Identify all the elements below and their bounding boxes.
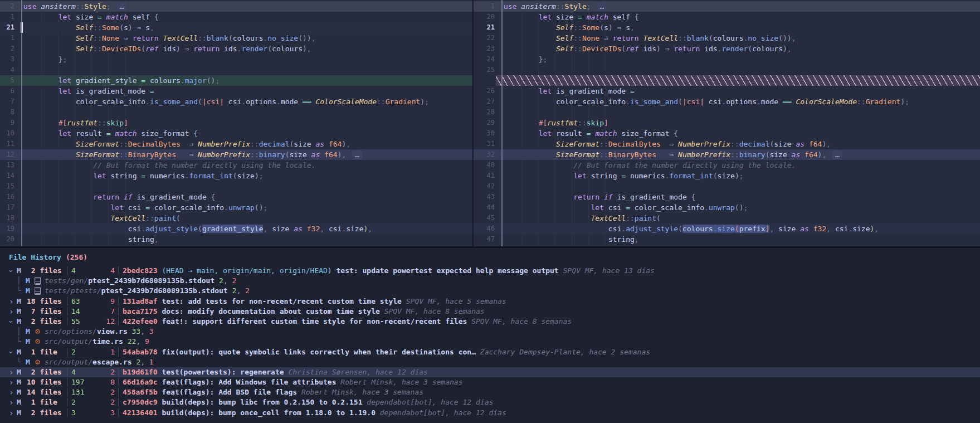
- code-line[interactable]: 2 Self::DeviceIDs(ref ids) ⇒ return ids.…: [0, 43, 472, 54]
- commit-file-row[interactable]: │Mtests/gen/ptest_2439b7d68089135b.stdou…: [0, 276, 980, 286]
- chevron-down-icon[interactable]: ›: [9, 266, 17, 276]
- code-line[interactable]: 20 let size = match self {: [474, 12, 980, 22]
- code-line[interactable]: 41 let string = numerics.format_int(size…: [474, 171, 980, 181]
- code-line[interactable]: 8: [0, 107, 472, 118]
- code-line[interactable]: 5 let gradient_style = colours.major();: [0, 75, 472, 86]
- code-line[interactable]: 1 let size = match self {: [0, 12, 472, 22]
- fold-ellipsis-icon[interactable]: …: [597, 2, 607, 11]
- commit-row[interactable]: ›M 2 files│42│b19d61f0 test(powertests):…: [0, 367, 980, 377]
- code-line[interactable]: 47 string,: [474, 234, 980, 245]
- code-line[interactable]: 45 TextCell::paint(: [474, 213, 980, 223]
- code-line[interactable]: 42: [474, 181, 980, 192]
- code-token: [674, 150, 678, 159]
- code-line[interactable]: 26 let is_gradient_mode =: [474, 86, 980, 96]
- chevron-right-icon[interactable]: ›: [9, 307, 17, 317]
- commit-row[interactable]: ›M 2 files│44│2bedc823 (HEAD → main, ori…: [0, 266, 980, 276]
- chevron-down-icon[interactable]: ›: [9, 347, 17, 357]
- deletions-count: 2: [232, 276, 237, 285]
- chevron-right-icon[interactable]: ›: [9, 296, 17, 307]
- code-token: string: [111, 172, 142, 180]
- code-token: (): [735, 203, 744, 212]
- code-line[interactable]: 31 SizeFormat::DecimalBytes ⇒ NumberPref…: [474, 139, 980, 149]
- commit-row[interactable]: ›M 2 files│33│42136401 build(deps): bump…: [0, 408, 980, 418]
- commit-row[interactable]: ›M14 files│1312│458a6f5b feat(flags): Ad…: [0, 387, 980, 397]
- deletions-count: 8: [110, 377, 115, 387]
- diff-pane-left[interactable]: 2use ansiterm::Style; …1 let size = matc…: [0, 0, 474, 246]
- commit-message: test: update powertest expected help mes…: [337, 266, 563, 276]
- commit-row[interactable]: ›M 2 files│5512│422efee0 feat!: support …: [0, 317, 980, 327]
- commit-author-date: SPQV MF, hace 5 semanas: [406, 296, 506, 307]
- code-line[interactable]: 32 SizeFormat::BinaryBytes ⇒ NumberPrefi…: [474, 149, 980, 160]
- chevron-down-icon[interactable]: ›: [9, 317, 17, 327]
- code-line[interactable]: 24 };: [474, 54, 980, 65]
- line-number: 28: [474, 107, 499, 118]
- fold-ellipsis-icon[interactable]: …: [116, 2, 126, 11]
- code-line[interactable]: 13 // But format the number directly usi…: [0, 160, 472, 171]
- chevron-right-icon[interactable]: ›: [9, 387, 17, 397]
- code-line[interactable]: 21 Self::Some(s) ⇒ s,: [0, 22, 472, 33]
- code-line[interactable]: 44 let csi = color_scale_info.unwrap();: [474, 202, 980, 213]
- code-line[interactable]: 3 };: [0, 54, 472, 65]
- code-token: size: [294, 140, 315, 148]
- code-line[interactable]: 29 #[rustfmt::skip]: [474, 118, 980, 128]
- code-line[interactable]: 20 string,: [0, 234, 472, 245]
- status-modified: M: [17, 266, 27, 276]
- code-token: colours: [272, 45, 303, 53]
- chevron-right-icon[interactable]: ›: [9, 367, 17, 377]
- chevron-right-icon[interactable]: ›: [9, 397, 17, 407]
- code-token: (: [678, 98, 682, 106]
- code-line[interactable]: 16 return if is_gradient_mode {: [0, 192, 472, 202]
- diff-pane-right[interactable]: 1use ansiterm::Style; …20 let size = mat…: [474, 0, 980, 246]
- code-token: [181, 140, 189, 148]
- commit-row[interactable]: ›M10 files│1978│66d16a9c feat(flags): Ad…: [0, 377, 980, 387]
- code-line[interactable]: 25: [474, 65, 980, 75]
- chevron-right-icon[interactable]: ›: [9, 408, 17, 418]
- deleted-lines-hatch[interactable]: [474, 75, 980, 86]
- code-line[interactable]: 15: [0, 181, 472, 192]
- commit-row[interactable]: ›M 1 file │21│54abab78 fix(output): quot…: [0, 347, 980, 357]
- code-line[interactable]: 14 let string = numerics.format_int(size…: [0, 171, 472, 181]
- code-line[interactable]: 6 let is_gradient_mode =: [0, 86, 472, 96]
- code-line[interactable]: 40 // But format the number directly usi…: [474, 160, 980, 171]
- fold-ellipsis-icon[interactable]: …: [832, 150, 842, 159]
- commit-file-row[interactable]: │M⚙src/options/view.rs 33, 3: [0, 327, 980, 337]
- code-line[interactable]: 4: [0, 65, 472, 75]
- code-line[interactable]: 43 return if is_gradient_mode {: [474, 192, 980, 202]
- diff-stats: 1312: [71, 387, 115, 397]
- code-line[interactable]: 23 Self::DeviceIDs(ref ids) ⇒ return ids…: [474, 43, 980, 54]
- separator: │: [115, 317, 123, 327]
- commit-row[interactable]: ›M18 files│639│131ad8af test: add tests …: [0, 296, 980, 307]
- code-line[interactable]: 18 TextCell::paint(: [0, 213, 472, 223]
- code-line[interactable]: 46 csi.adjust_style(colours.size(prefix)…: [474, 223, 980, 234]
- code-line[interactable]: 1 Self::None ⇒ return TextCell::blank(co…: [0, 33, 472, 43]
- code-line[interactable]: 12 SizeFormat::BinaryBytes ⇒ NumberPrefi…: [0, 149, 472, 160]
- code-line[interactable]: 17 let csi = color_scale_info.unwrap();: [0, 202, 472, 213]
- code-line[interactable]: 10 let result = match size_format {: [0, 128, 472, 139]
- code-line[interactable]: 2use ansiterm::Style; …: [0, 1, 472, 12]
- commit-row[interactable]: ›M 1 file │22│c7950dc9 build(deps): bump…: [0, 397, 980, 407]
- code-line[interactable]: 21 Self::Some(s) ⇒ s,: [474, 22, 980, 33]
- code-line[interactable]: 11 SizeFormat::DecimalBytes ⇒ NumberPref…: [0, 139, 472, 149]
- line-content: let string = numerics.format_int(size);: [499, 171, 980, 181]
- status-modified: M: [26, 337, 35, 347]
- code-line[interactable]: 22 Self::None ⇒ return TextCell::blank(c…: [474, 33, 980, 43]
- fold-ellipsis-icon[interactable]: …: [352, 150, 362, 159]
- code-line[interactable]: 30 let result = match size_format {: [474, 128, 980, 139]
- code-line[interactable]: 28: [474, 107, 980, 118]
- code-line[interactable]: 19 csi.adjust_style(gradient_style, size…: [0, 223, 472, 234]
- code-line[interactable]: 27 color_scale_info.is_some_and(|csi| cs…: [474, 96, 980, 107]
- code-token: [599, 34, 604, 42]
- chevron-right-icon[interactable]: ›: [9, 377, 17, 387]
- code-token: decimal: [739, 140, 770, 148]
- code-token: csi: [608, 203, 626, 212]
- commit-file-row[interactable]: └M⚙src/output/time.rs 22, 9: [0, 337, 980, 347]
- code-token: let: [58, 129, 76, 138]
- code-token: s: [604, 23, 608, 32]
- commit-file-row[interactable]: └Mtests/ptests/ptest_2439b7d68089135b.st…: [0, 286, 980, 296]
- code-line[interactable]: 7 color_scale_info.is_some_and(|csi| csi…: [0, 96, 472, 107]
- commit-row[interactable]: ›M 7 files│147│baca7175 docs: modify doc…: [0, 307, 980, 317]
- code-line[interactable]: 1use ansiterm::Style; …: [474, 1, 980, 12]
- code-token: let: [539, 13, 556, 21]
- code-line[interactable]: 9 #[rustfmt::skip]: [0, 118, 472, 128]
- commit-file-row[interactable]: └M⚙src/output/escape.rs 2, 1: [0, 357, 980, 367]
